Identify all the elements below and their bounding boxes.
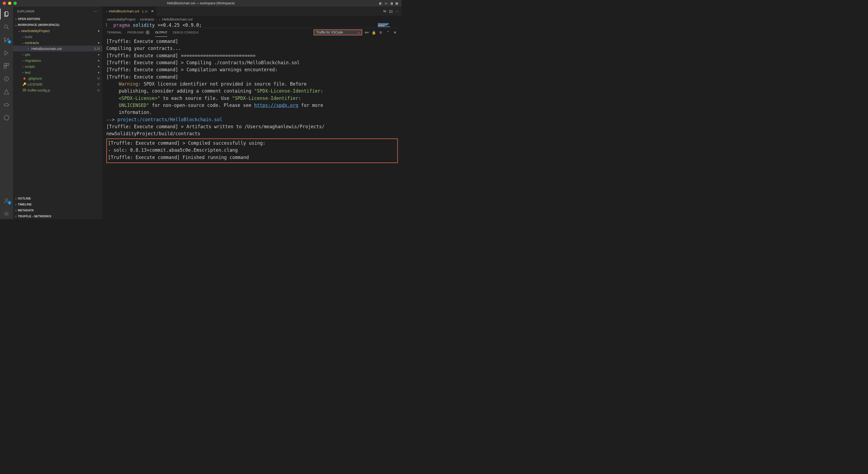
folder-build[interactable]: › build xyxy=(13,34,102,40)
folder-label: build xyxy=(25,35,32,39)
chevron-right-icon: › xyxy=(14,209,18,212)
git-dot-icon: ● xyxy=(98,53,100,56)
explorer-activity[interactable] xyxy=(0,9,13,20)
toggle-panel-bottom-icon[interactable]: ▭ xyxy=(384,2,388,5)
panel-tabs: TERMINAL PROBLEMS 1 OUTPUT DEBUG CONSOLE… xyxy=(102,28,402,37)
azure-activity[interactable] xyxy=(0,86,13,97)
timeline-section[interactable]: › TIMELINE xyxy=(13,201,102,207)
outline-section[interactable]: › OUTLINE xyxy=(13,195,102,201)
close-panel-icon[interactable]: ✕ xyxy=(393,31,397,35)
file-label: truffle-config.js xyxy=(28,88,50,92)
workspace-section[interactable]: ⌄ WORKSPACE (WORKSPACE) xyxy=(13,22,102,28)
chevron-down-icon: ⌄ xyxy=(14,24,18,27)
svg-rect-5 xyxy=(7,63,9,66)
maximize-window-button[interactable] xyxy=(13,2,17,5)
source-control-activity[interactable]: 8 xyxy=(0,35,13,45)
timeline-label: TIMELINE xyxy=(18,203,32,206)
more-actions-icon[interactable]: ··· xyxy=(395,9,398,13)
extensions-activity[interactable] xyxy=(0,60,13,71)
chevron-right-icon: › xyxy=(21,65,25,68)
lock-scroll-icon[interactable]: 🔒 xyxy=(371,31,376,35)
output-channel-dropdown[interactable]: Truffle for VSCode xyxy=(314,29,362,35)
minimap[interactable] xyxy=(378,23,399,30)
run-debug-activity[interactable] xyxy=(0,48,13,58)
git-file-icon: ◆ xyxy=(22,76,26,80)
spdx-link[interactable]: https://spdx.org xyxy=(254,102,299,108)
clear-output-icon[interactable]: ⎘ xyxy=(378,31,383,35)
compare-changes-icon[interactable]: ⇆ xyxy=(383,9,386,13)
search-icon xyxy=(3,24,10,30)
tab-debug-console[interactable]: DEBUG CONSOLE xyxy=(173,28,199,37)
tab-problems[interactable]: PROBLEMS 1 xyxy=(127,28,150,37)
toggle-panel-right-icon[interactable]: ◨ xyxy=(389,2,394,5)
tab-output[interactable]: OUTPUT xyxy=(155,28,167,37)
folder-ipfs[interactable]: › ipfs ● xyxy=(13,52,102,58)
breadcrumb-segment[interactable]: newSolidityProject xyxy=(107,17,135,21)
output-line: [Truffle: Execute command] > Compilation… xyxy=(106,66,398,73)
solidity-file-icon: ⬨ xyxy=(159,18,161,21)
output-line: [Truffle: Execute command] xyxy=(106,73,398,81)
customize-layout-icon[interactable]: ▦ xyxy=(395,2,399,5)
activity-bar: 8 1 xyxy=(0,6,13,219)
breadcrumb-segment[interactable]: contracts xyxy=(140,17,154,21)
tab-hello[interactable]: ⬨ HelloBlockchain.sol 1, U ✕ xyxy=(102,6,156,16)
azure-icon xyxy=(3,89,10,95)
metadata-section[interactable]: › METADATA xyxy=(13,207,102,213)
window-controls xyxy=(3,2,17,5)
output-terminal[interactable]: [Truffle: Execute command] Compiling you… xyxy=(102,37,402,219)
file-gitignore[interactable]: ◆ .gitignore U xyxy=(13,75,102,81)
line-number: 1 xyxy=(105,23,107,27)
solidity-file-icon: ⬨ xyxy=(26,47,30,51)
svg-point-8 xyxy=(4,115,9,120)
truffle-networks-section[interactable]: › TRUFFLE - NETWORKS xyxy=(13,213,102,219)
accounts-activity[interactable]: 1 xyxy=(0,195,13,206)
play-bug-icon xyxy=(3,50,10,56)
folder-test[interactable]: › test ● xyxy=(13,69,102,75)
metadata-label: METADATA xyxy=(18,209,34,212)
chevron-right-icon: › xyxy=(14,197,18,200)
gear-icon xyxy=(3,211,10,217)
search-activity[interactable] xyxy=(0,22,13,32)
github-activity[interactable] xyxy=(0,112,13,123)
filter-icon[interactable]: ≡× xyxy=(364,31,369,35)
output-line: Warning: SPDX license identifier not pro… xyxy=(106,81,398,88)
tab-terminal[interactable]: TERMINAL xyxy=(107,28,122,37)
chevron-right-icon: › xyxy=(14,215,18,218)
close-window-button[interactable] xyxy=(3,2,6,5)
scm-badge: 8 xyxy=(7,40,11,44)
explorer-header: EXPLORER ··· xyxy=(13,6,102,16)
tab-filename: HelloBlockchain.sol xyxy=(109,9,139,13)
testing-activity[interactable] xyxy=(0,73,13,84)
toggle-panel-left-icon[interactable]: ◧ xyxy=(378,2,383,5)
folder-contracts[interactable]: ⌄ contracts ● xyxy=(13,40,102,45)
output-line: UNLICENSED" for non-open-source code. Pl… xyxy=(106,102,398,109)
breadcrumb[interactable]: newSolidityProject › contracts › ⬨ Hello… xyxy=(102,16,402,23)
svg-point-10 xyxy=(6,213,7,215)
folder-project[interactable]: ⌄ newSolidityProject ● xyxy=(13,28,102,34)
folder-scripts[interactable]: › scripts ● xyxy=(13,63,102,69)
file-truffle-config[interactable]: JS truffle-config.js U xyxy=(13,87,102,93)
chevron-right-icon: › xyxy=(21,53,25,56)
git-dot-icon: ● xyxy=(98,41,100,44)
output-line: <SPDX-License>" to each source file. Use… xyxy=(106,95,398,102)
account-badge: 1 xyxy=(7,201,11,204)
solidity-file-icon: ⬨ xyxy=(105,10,107,13)
truffle-networks-label: TRUFFLE - NETWORKS xyxy=(18,215,51,218)
remote-activity[interactable] xyxy=(0,99,13,110)
split-editor-icon[interactable]: ▯▯ xyxy=(389,9,393,13)
project-path-link[interactable]: project:/contracts/HelloBlockchain.sol xyxy=(117,117,222,122)
svg-rect-4 xyxy=(4,63,6,66)
explorer-more-icon[interactable]: ··· xyxy=(94,9,98,14)
breadcrumb-segment[interactable]: HelloBlockchain.sol xyxy=(162,17,193,21)
file-hello[interactable]: ⬨ HelloBlockchain.sol 1, U xyxy=(13,45,102,52)
close-tab-icon[interactable]: ✕ xyxy=(151,9,154,13)
open-editors-section[interactable]: › OPEN EDITORS xyxy=(13,16,102,22)
git-status-label: 1, U xyxy=(94,47,100,50)
output-channel-value: Truffle for VSCode xyxy=(316,31,343,34)
settings-activity[interactable] xyxy=(0,209,13,219)
minimize-window-button[interactable] xyxy=(8,2,11,5)
file-license[interactable]: 🔑 LICENSE U xyxy=(13,81,102,87)
output-line: [Truffle: Execute command] xyxy=(106,38,398,45)
folder-migrations[interactable]: › migrations ● xyxy=(13,58,102,63)
collapse-panel-icon[interactable]: ⌃ xyxy=(385,31,390,35)
